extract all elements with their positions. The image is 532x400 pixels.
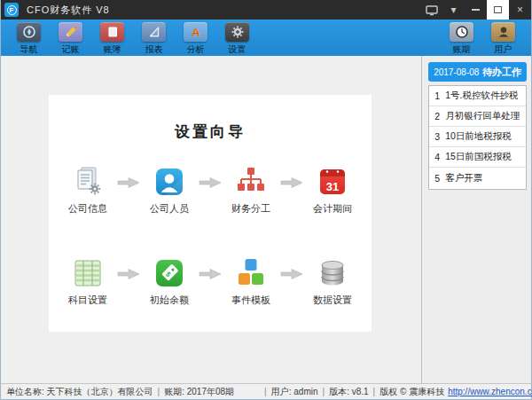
ledger-book-icon <box>100 22 124 42</box>
ledger-grid-icon <box>71 256 105 290</box>
toolbar-label: 导航 <box>20 43 38 56</box>
step-label: 科目设置 <box>68 294 107 307</box>
toolbar-button-report[interactable]: 报表 <box>133 22 175 56</box>
wizard-title: 设置向导 <box>49 122 372 142</box>
step-label: 数据设置 <box>313 294 352 307</box>
todo-text: 15日前国税报税 <box>445 151 512 163</box>
company-label: 单位名称: <box>6 386 44 398</box>
toolbar-button-analysis[interactable]: A 分析 <box>175 22 216 56</box>
wizard-step-finance-division[interactable]: 财务分工 <box>222 165 280 216</box>
step-label: 财务分工 <box>231 202 270 216</box>
toolbar-label: 账簿 <box>104 43 121 56</box>
toolbar-label: 设置 <box>229 43 246 56</box>
person-icon <box>153 165 186 199</box>
arrow-right-icon <box>280 176 303 189</box>
todo-row[interactable]: 5 客户开票 <box>429 168 526 188</box>
todo-num: 1 <box>429 90 445 101</box>
todo-title: 待办工作 <box>482 66 521 79</box>
todo-num: 5 <box>429 173 445 184</box>
toolbar-label: 用户 <box>495 43 512 56</box>
window-controls: ▾ × <box>420 0 531 20</box>
titlebar: F CFO财务软件 V8 ▾ × <box>1 0 531 20</box>
theme-monitor-icon[interactable] <box>420 0 442 20</box>
compass-icon <box>17 22 41 42</box>
todo-table: 1 1号.税控软件抄税 2 月初银行回单处理 3 10日前地税报税 4 15日前… <box>428 85 527 190</box>
arrow-right-icon <box>117 176 140 189</box>
user-label: 用户: <box>271 386 292 398</box>
step-label: 事件模板 <box>231 294 270 307</box>
toolbar-button-nav[interactable]: 导航 <box>8 22 50 56</box>
toolbar-label: 账期 <box>453 43 471 56</box>
logo-letter: F <box>7 5 17 15</box>
period-label: 账期: <box>164 386 184 398</box>
step-label: 初始余额 <box>150 294 189 307</box>
separator: | <box>158 387 160 396</box>
close-button[interactable]: × <box>509 0 531 20</box>
user-icon <box>491 22 515 42</box>
company-documents-icon <box>71 165 105 199</box>
vendor-link[interactable]: http://www.zhencon.com <box>448 387 532 396</box>
app-logo-icon: F <box>4 3 19 17</box>
wizard-step-initial-balance[interactable]: $ 初始余额 <box>140 256 199 307</box>
minimize-button[interactable] <box>465 0 487 20</box>
todo-num: 3 <box>429 131 445 142</box>
statusbar-right: | 版本: v8.1 | 版权 © 震康科技 http://www.zhenco… <box>318 386 532 398</box>
toolbar-right-group: 账期 用户 <box>441 22 524 56</box>
workspace: 设置向导 公司信息 <box>1 56 531 383</box>
step-label: 公司信息 <box>68 202 107 216</box>
wizard-step-accounting-period[interactable]: 31 会计期间 <box>303 165 362 216</box>
database-icon <box>316 256 349 290</box>
todo-text: 1号.税控软件抄税 <box>445 90 518 102</box>
version-label: 版本: <box>329 386 349 398</box>
todo-num: 4 <box>429 152 445 162</box>
arrow-right-icon <box>199 176 222 189</box>
dropdown-menu-icon[interactable]: ▾ <box>442 0 465 20</box>
toolbar-button-bookkeeping[interactable]: 记账 <box>50 22 91 56</box>
separator: | <box>264 387 267 396</box>
toolbar-button-period[interactable]: 账期 <box>441 22 482 56</box>
triangle-ruler-icon <box>142 22 166 42</box>
copyright-text: 版权 © 震康科技 <box>379 386 444 398</box>
toolbar-button-settings[interactable]: 设置 <box>216 22 258 56</box>
todo-text: 10日前地税报税 <box>445 130 512 143</box>
wizard-step-subject-settings[interactable]: 科目设置 <box>59 256 117 307</box>
gear-icon <box>225 22 249 42</box>
wizard-step-company-info[interactable]: 公司信息 <box>59 165 117 216</box>
statusbar: 单位名称: 天下科技（北京）有限公司 | 账期: 2017年08期 | 用户: … <box>1 383 531 399</box>
todo-row[interactable]: 3 10日前地税报税 <box>429 127 526 147</box>
arrow-right-icon <box>280 268 303 280</box>
maximize-button[interactable] <box>487 0 509 20</box>
company-name: 天下科技（北京）有限公司 <box>47 386 153 398</box>
todo-date: 2017-08-08 <box>434 67 479 77</box>
todo-text: 月初银行回单处理 <box>445 110 520 122</box>
main-area: 设置向导 公司信息 <box>1 56 422 383</box>
window-title: CFO财务软件 V8 <box>27 4 110 17</box>
pencil-icon <box>59 22 82 42</box>
svg-text:A: A <box>192 26 200 39</box>
separator: | <box>373 387 376 396</box>
wizard-step-company-staff[interactable]: 公司人员 <box>140 165 199 216</box>
wizard-step-event-template[interactable]: 事件模板 <box>222 256 280 307</box>
app-window: F CFO财务软件 V8 ▾ × 导航 记账 <box>0 0 532 400</box>
todo-header: 2017-08-08 待办工作 <box>428 62 527 82</box>
arrow-right-icon <box>199 268 222 280</box>
wizard-row-1: 公司信息 公司人员 <box>49 165 372 216</box>
svg-text:31: 31 <box>326 180 339 193</box>
toolbar-label: 分析 <box>187 43 205 56</box>
step-label: 公司人员 <box>150 202 189 216</box>
price-tag-icon: $ <box>153 256 186 290</box>
todo-row[interactable]: 4 15日前国税报税 <box>429 147 526 168</box>
toolbar-button-ledger[interactable]: 账簿 <box>91 22 133 56</box>
wizard-step-data-settings[interactable]: 数据设置 <box>303 256 362 307</box>
separator: | <box>323 387 325 396</box>
toolbar-button-user[interactable]: 用户 <box>482 22 524 56</box>
letter-a-icon: A <box>184 22 207 42</box>
setup-wizard-panel: 设置向导 公司信息 <box>49 95 372 332</box>
wizard-row-2: 科目设置 $ 初始余额 <box>49 256 372 307</box>
todo-row[interactable]: 1 1号.税控软件抄税 <box>429 86 526 106</box>
clock-icon <box>450 22 473 42</box>
period-value: 2017年08期 <box>187 386 234 398</box>
todo-row[interactable]: 2 月初银行回单处理 <box>429 106 526 127</box>
org-chart-icon <box>234 165 268 199</box>
todo-text: 客户开票 <box>445 172 482 184</box>
